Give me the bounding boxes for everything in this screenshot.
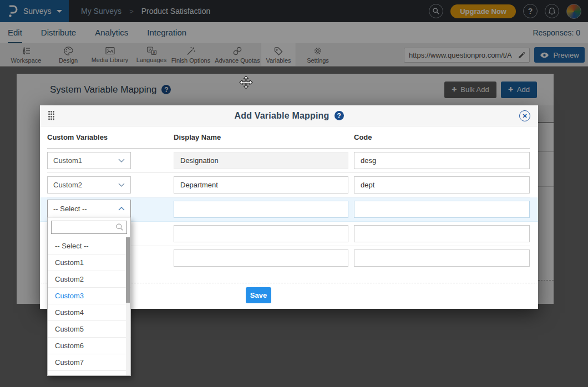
search-icon bbox=[115, 223, 124, 231]
select-value: Custom1 bbox=[53, 156, 82, 165]
code-input[interactable] bbox=[354, 225, 530, 242]
dropdown-option-partial[interactable] bbox=[48, 370, 130, 375]
modal-title: Add Variable Mapping bbox=[234, 111, 329, 121]
mapping-row-2: Custom2 bbox=[47, 173, 530, 197]
display-name-input[interactable] bbox=[174, 201, 348, 218]
column-header-custom-variables: Custom Variables bbox=[47, 133, 174, 141]
dropdown-option-custom4[interactable]: Custom4 bbox=[48, 304, 130, 320]
dropdown-option-custom3-highlighted[interactable]: Custom3 bbox=[48, 287, 130, 304]
mapping-row-1: Custom1 bbox=[47, 149, 530, 173]
dropdown-option-custom6[interactable]: Custom6 bbox=[48, 337, 130, 354]
custom-variable-select[interactable]: Custom2 bbox=[47, 176, 131, 194]
save-button[interactable]: Save bbox=[246, 287, 271, 303]
dropdown-option-custom7[interactable]: Custom7 bbox=[48, 354, 130, 370]
dropdown-option-custom1[interactable]: Custom1 bbox=[48, 254, 130, 271]
modal-title-wrap: Add Variable Mapping ? bbox=[40, 111, 538, 121]
display-name-input[interactable] bbox=[174, 225, 348, 242]
dropdown-scrollbar-thumb[interactable] bbox=[126, 237, 130, 303]
column-header-display-name: Display Name bbox=[174, 133, 354, 141]
chevron-down-icon bbox=[118, 183, 125, 187]
code-input[interactable] bbox=[354, 176, 530, 194]
select-value: Custom2 bbox=[53, 181, 82, 189]
column-headers: Custom Variables Display Name Code bbox=[47, 126, 530, 149]
dropdown-option-custom2[interactable]: Custom2 bbox=[48, 271, 130, 287]
code-input[interactable] bbox=[354, 201, 530, 218]
display-name-input[interactable] bbox=[174, 152, 348, 169]
modal-help-icon[interactable]: ? bbox=[334, 111, 344, 120]
drag-dots-icon bbox=[48, 110, 55, 121]
questionpro-app: Surveys My Surveys > Product Satisfactio… bbox=[0, 0, 588, 387]
chevron-up-icon bbox=[118, 207, 125, 211]
display-name-input[interactable] bbox=[174, 176, 348, 194]
drag-handle[interactable] bbox=[48, 110, 55, 121]
dropdown-option-custom5[interactable]: Custom5 bbox=[48, 320, 130, 337]
close-icon[interactable]: ✕ bbox=[519, 110, 530, 121]
custom-variable-dropdown: -- Select -- -- Select -- Custom1 Custom… bbox=[47, 200, 131, 376]
code-input[interactable] bbox=[354, 152, 530, 169]
display-name-input[interactable] bbox=[174, 249, 348, 267]
dropdown-search bbox=[48, 217, 130, 237]
column-header-code: Code bbox=[354, 133, 530, 141]
dropdown-option-list: -- Select -- Custom1 Custom2 Custom3 Cus… bbox=[48, 237, 130, 375]
dropdown-panel: -- Select -- Custom1 Custom2 Custom3 Cus… bbox=[47, 217, 131, 376]
code-input[interactable] bbox=[354, 249, 530, 267]
select-value: -- Select -- bbox=[53, 205, 87, 213]
chevron-down-icon bbox=[118, 159, 125, 162]
dropdown-scrollbar[interactable] bbox=[126, 237, 130, 375]
modal-header: Add Variable Mapping ? ✕ bbox=[40, 105, 538, 126]
dropdown-option-select[interactable]: -- Select -- bbox=[48, 237, 130, 254]
select-trigger-open[interactable]: -- Select -- bbox=[47, 200, 131, 217]
custom-variable-select[interactable]: Custom1 bbox=[47, 152, 131, 169]
